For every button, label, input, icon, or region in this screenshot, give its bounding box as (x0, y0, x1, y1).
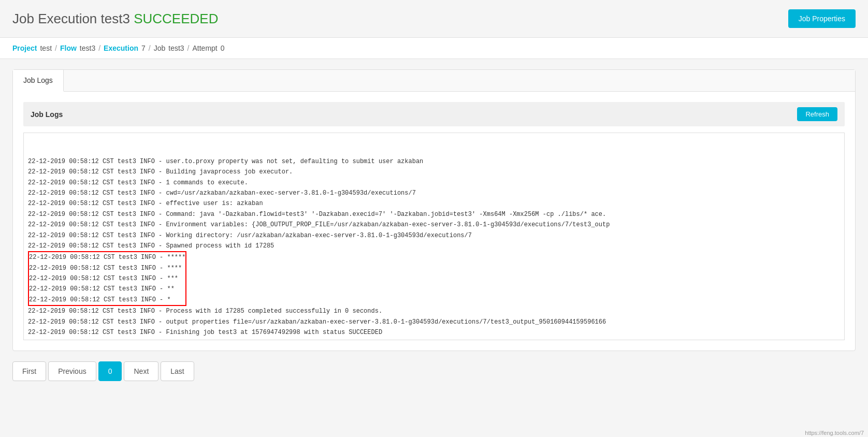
breadcrumb-sep-3: / (149, 44, 151, 52)
last-page-button[interactable]: Last (161, 361, 194, 381)
refresh-button[interactable]: Refresh (797, 107, 837, 121)
log-line: 22-12-2019 00:58:12 CST test3 INFO - ***… (29, 252, 185, 263)
log-line: 22-12-2019 00:58:12 CST test3 INFO - *** (29, 273, 185, 284)
breadcrumb-sep-1: / (55, 44, 57, 52)
highlighted-log-block: 22-12-2019 00:58:12 CST test3 INFO - ***… (28, 251, 186, 306)
job-properties-button[interactable]: Job Properties (788, 9, 856, 28)
breadcrumb-job-value: test3 (168, 44, 184, 52)
log-line: 22-12-2019 00:58:12 CST test3 INFO - Spa… (28, 241, 840, 251)
breadcrumb-sep-2: / (98, 44, 100, 52)
pagination: First Previous 0 Next Last (12, 351, 856, 386)
breadcrumb-job-label: Job (154, 44, 166, 52)
tab-container: Job Logs Job Logs Refresh 22-12-2019 00:… (12, 69, 856, 351)
log-line: 22-12-2019 00:58:12 CST test3 INFO - Bui… (28, 167, 840, 177)
breadcrumb-project-value: test (40, 44, 52, 52)
breadcrumb-project-link[interactable]: Project (12, 44, 37, 52)
log-line: 22-12-2019 00:58:12 CST test3 INFO - cwd… (28, 188, 840, 198)
previous-page-button[interactable]: Previous (48, 361, 96, 381)
log-line: 22-12-2019 00:58:12 CST test3 INFO - Com… (28, 209, 840, 220)
current-page-button[interactable]: 0 (98, 361, 122, 381)
log-content: 22-12-2019 00:58:12 CST test3 INFO - use… (24, 133, 844, 340)
job-logs-title: Job Logs (31, 110, 63, 119)
breadcrumb-sep-4: / (187, 44, 190, 52)
tab-job-logs[interactable]: Job Logs (13, 70, 64, 92)
log-line: 22-12-2019 00:58:12 CST test3 INFO - Wor… (28, 230, 840, 241)
log-container[interactable]: 22-12-2019 00:58:12 CST test3 INFO - use… (23, 133, 845, 340)
log-line: 22-12-2019 00:58:12 CST test3 INFO - ** (29, 284, 185, 294)
breadcrumb: Project test / Flow test3 / Execution 7 … (0, 38, 868, 59)
breadcrumb-flow-link[interactable]: Flow (60, 44, 77, 52)
log-line: 22-12-2019 00:58:12 CST test3 INFO - Fin… (28, 327, 840, 338)
log-line: 22-12-2019 00:58:12 CST test3 INFO - Pro… (28, 306, 840, 316)
log-line: 22-12-2019 00:58:12 CST test3 INFO - Env… (28, 220, 840, 230)
breadcrumb-attempt-label: Attempt (193, 44, 218, 52)
log-line: 22-12-2019 00:58:12 CST test3 INFO - * (29, 295, 185, 305)
breadcrumb-execution-value: 7 (141, 44, 146, 52)
breadcrumb-execution-link[interactable]: Execution (104, 44, 138, 52)
breadcrumb-attempt-value: 0 (221, 44, 225, 52)
log-line: 22-12-2019 00:58:12 CST test3 INFO - 1 c… (28, 178, 840, 188)
page-title: Job Execution test3 SUCCEEDED (12, 11, 218, 27)
log-line: 22-12-2019 00:58:12 CST test3 INFO - eff… (28, 198, 840, 209)
log-line: 22-12-2019 00:58:12 CST test3 INFO - ***… (29, 263, 185, 273)
main-content: Job Logs Job Logs Refresh 22-12-2019 00:… (0, 59, 868, 397)
first-page-button[interactable]: First (12, 361, 46, 381)
tab-bar: Job Logs (13, 70, 855, 92)
log-line: 22-12-2019 00:58:12 CST test3 INFO - out… (28, 317, 840, 327)
page-header: Job Execution test3 SUCCEEDED Job Proper… (0, 0, 868, 38)
log-line: 22-12-2019 00:58:12 CST test3 INFO - use… (28, 156, 840, 167)
job-logs-header: Job Logs Refresh (23, 102, 845, 126)
breadcrumb-flow-value: test3 (80, 44, 95, 52)
next-page-button[interactable]: Next (124, 361, 158, 381)
job-logs-section: Job Logs Refresh 22-12-2019 00:58:12 CST… (13, 92, 855, 351)
